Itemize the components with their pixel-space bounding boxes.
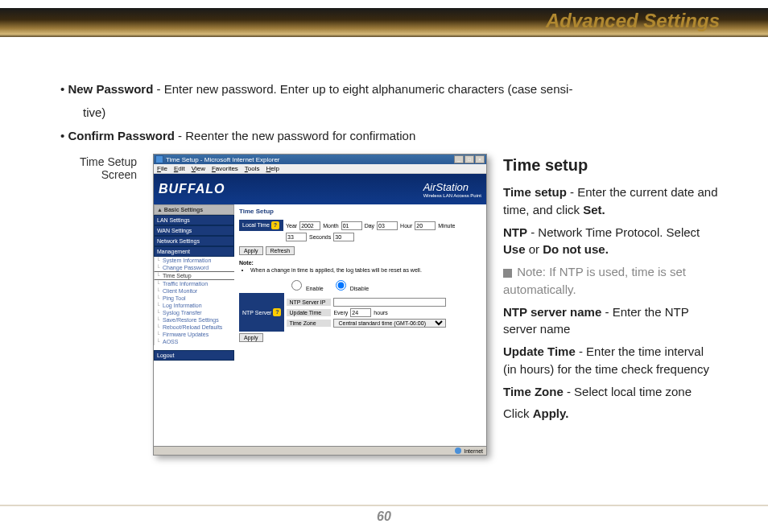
right-column: Time setup Time setup - Enter the curren… [503,154,720,456]
embedded-screenshot: Time Setup - Microsoft Internet Explorer… [153,154,487,456]
sidebar-wan[interactable]: WAN Settings [154,225,234,236]
month-input[interactable] [341,221,362,230]
apply-button-2[interactable]: Apply [239,333,263,342]
ntp-ip-input[interactable] [333,298,446,307]
menu-favorites[interactable]: Favorites [212,165,238,172]
menu-file[interactable]: File [157,165,167,172]
header-band: Advanced Settings [0,8,768,37]
sidebar-item-timesetup[interactable]: Time Setup [154,271,234,280]
close-button[interactable]: × [475,155,485,163]
status-bar: Internet [154,446,486,455]
p-note: Note: If NTP is used, time is set automa… [503,263,720,299]
note-text: When a change in time is applied, the lo… [250,267,481,273]
apply-button-1[interactable]: Apply [239,246,263,255]
tz-label: Time Zone [287,320,331,327]
local-time-row: Local Time? Year Month Day Hour Minute [239,220,481,231]
page-header-title: Advanced Settings [546,10,720,32]
sidebar-item-firmware[interactable]: Firmware Updates [154,331,234,338]
sidebar-item-aoss[interactable]: AOSS [154,338,234,345]
ntp-server-label: NTP Server? [239,293,284,332]
day-input[interactable] [377,221,398,230]
enable-radio-input[interactable] [291,280,302,291]
p-apply: Click Apply. [503,405,720,423]
enable-radio[interactable]: Enable [287,278,324,291]
local-time-row-2: Seconds [239,233,481,241]
sidebar-logout[interactable]: Logout [154,350,234,361]
enable-disable-row: Enable Disable [287,278,481,291]
status-text: Internet [464,448,483,454]
sidebar: ▲ Basic Settings LAN Settings WAN Settin… [154,204,234,446]
bullet-new-password-text: - Enter new password. Enter up to eight … [153,82,572,96]
p-ntp-server-name: NTP server name - Enter the NTP server n… [503,303,720,339]
p-time-setup: Time setup - Enter the current date and … [503,184,720,219]
help-icon[interactable]: ? [271,221,279,229]
brand-logo: BUFFALO [159,182,225,196]
maximize-button[interactable]: □ [465,155,474,163]
seconds-input[interactable] [333,233,354,241]
menu-edit[interactable]: Edit [174,165,185,172]
year-input[interactable] [299,221,320,230]
config-panel: Time Setup Local Time? Year Month Day Ho… [234,204,486,446]
p-time-zone: Time Zone - Select local time zone [503,383,720,401]
ntp-server-ip-row: NTP Server? NTP Server IP Update Time Ev… [239,293,481,332]
product-name: AirStation Wireless LAN Access Point [423,181,481,198]
bullet-confirm-password-text: - Reenter the new password for confirmat… [175,129,415,142]
sidebar-item-sysinfo[interactable]: System Information [154,257,234,264]
sidebar-item-changepw[interactable]: Change Password [154,264,234,271]
refresh-button[interactable]: Refresh [266,246,295,255]
bullet-confirm-password: • Confirm Password - Reenter the new pas… [60,127,720,144]
bullet-confirm-password-label: Confirm Password [68,129,175,142]
menu-tools[interactable]: Tools [245,165,260,172]
footer: 60 [0,505,768,524]
seconds-label: Seconds [309,234,331,240]
ie-icon [155,155,163,163]
every-label: Every [333,310,348,315]
product-name-main: AirStation [423,181,469,193]
main-row: Time Setup Screen Time Setup - Microsoft… [60,154,720,456]
screenshot-caption: Time Setup Screen [60,154,137,456]
hour-input[interactable] [415,221,436,230]
help-icon-2[interactable]: ? [273,308,281,316]
sidebar-lan[interactable]: LAN Settings [154,215,234,225]
window-buttons: _ □ × [454,155,485,163]
menu-help[interactable]: Help [266,165,279,172]
minute-input[interactable] [286,233,307,241]
sidebar-item-log[interactable]: Log Information [154,302,234,309]
apply-row-2: Apply [239,333,481,342]
minute-label: Minute [438,223,455,229]
local-time-label: Local Time? [239,220,283,231]
sidebar-item-reboot[interactable]: Reboot/Reload Defaults [154,324,234,331]
sidebar-item-clientmon[interactable]: Client Monitor [154,287,234,295]
update-time-label: Update Time [287,309,331,316]
sidebar-item-saverestore[interactable]: Save/Restore Settings [154,316,234,324]
sidebar-item-traffic[interactable]: Traffic Information [154,280,234,287]
screenshot-body: ▲ Basic Settings LAN Settings WAN Settin… [154,204,486,446]
day-label: Day [365,223,374,229]
hours-input[interactable] [350,308,371,317]
disable-radio[interactable]: Disable [332,278,369,291]
p-ntp: NTP - Network Time Protocol. Select Use … [503,224,720,259]
note-square-icon [503,269,512,278]
sidebar-basic[interactable]: ▲ Basic Settings [154,204,234,215]
sidebar-network[interactable]: Network Settings [154,236,234,246]
window-title: Time Setup - Microsoft Internet Explorer [166,156,280,163]
bullet-new-password-cont: tive) [83,104,720,121]
globe-icon [455,447,461,454]
disable-radio-input[interactable] [336,280,346,291]
window-titlebar: Time Setup - Microsoft Internet Explorer… [154,155,486,164]
content-area: • New Password - Enter new password. Ent… [0,37,768,464]
sidebar-management[interactable]: Management [154,246,234,257]
panel-title: Time Setup [239,208,481,215]
minimize-button[interactable]: _ [454,155,464,163]
product-sub: Wireless LAN Access Point [423,193,481,198]
sidebar-item-syslog[interactable]: Syslog Transfer [154,309,234,316]
p-update-time: Update Time - Enter the time interval (i… [503,343,720,378]
tz-select[interactable]: Central standard time (GMT-06:00) [333,319,446,328]
sidebar-item-ping[interactable]: Ping Tool [154,295,234,302]
bullet-new-password: • New Password - Enter new password. Ent… [60,80,720,97]
page-number: 60 [0,509,768,524]
caption-line-2: Screen [101,168,137,181]
menu-view[interactable]: View [192,165,205,172]
year-label: Year [286,223,297,229]
ntp-ip-label: NTP Server IP [287,299,331,306]
